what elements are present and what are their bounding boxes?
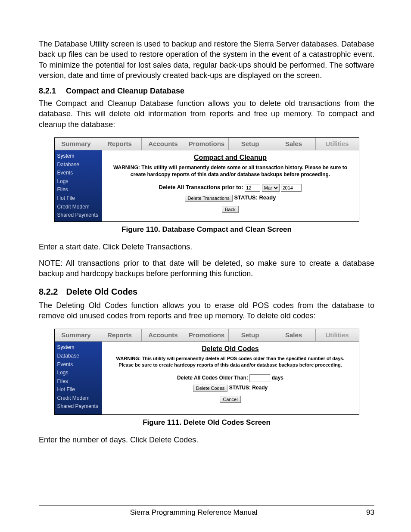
tab-summary[interactable]: Summary bbox=[55, 329, 98, 341]
tab-bar: Summary Reports Accounts Promotions Setu… bbox=[55, 138, 359, 150]
panel-title: Compact and Cleanup bbox=[107, 154, 354, 162]
tab-bar: Summary Reports Accounts Promotions Setu… bbox=[55, 329, 359, 342]
page-footer: Sierra Programming Reference Manual 93 bbox=[39, 505, 374, 517]
heading-8-2-1: 8.2.1 Compact and Cleanup Database bbox=[39, 87, 374, 96]
sidebar-item-hot-file[interactable]: Hot File bbox=[55, 386, 102, 394]
sidebar-item-database[interactable]: Database bbox=[55, 352, 102, 361]
enter-days-text: Enter the number of days. Click Delete C… bbox=[39, 435, 374, 445]
footer-page-number: 93 bbox=[349, 508, 374, 517]
sidebar-item-files[interactable]: Files bbox=[55, 186, 102, 194]
heading-title: Delete Old Codes bbox=[66, 287, 138, 296]
tab-reports[interactable]: Reports bbox=[98, 329, 142, 341]
tab-utilities[interactable]: Utilities bbox=[316, 138, 359, 150]
sidebar-item-shared-payments[interactable]: Shared Payments bbox=[55, 211, 102, 220]
figure-110-caption: Figure 110. Database Compact and Clean S… bbox=[39, 225, 374, 234]
tab-sales[interactable]: Sales bbox=[272, 329, 316, 341]
day-input[interactable] bbox=[245, 184, 260, 192]
enter-start-date: Enter a start date. Click Delete Transac… bbox=[39, 242, 374, 252]
delete-prior-to-line: Delete All Transactions prior to: Mar bbox=[107, 184, 354, 192]
sidebar: System Database Events Logs Files Hot Fi… bbox=[55, 342, 102, 414]
delete-transactions-button[interactable]: Delete Transactions bbox=[185, 195, 233, 202]
warning-text: WARNING: This utility will permanently d… bbox=[110, 355, 351, 368]
heading-title: Compact and Cleanup Database bbox=[66, 87, 184, 95]
sidebar-item-credit-modem[interactable]: Credit Modem bbox=[55, 394, 102, 403]
note-text: NOTE: All transactions prior to that dat… bbox=[39, 258, 374, 279]
sidebar-item-system[interactable]: System bbox=[55, 152, 102, 161]
delete-codes-button[interactable]: Delete Codes bbox=[193, 385, 228, 392]
tab-promotions[interactable]: Promotions bbox=[185, 329, 229, 341]
footer-rule bbox=[39, 505, 374, 506]
panel-title: Delete Old Codes bbox=[107, 345, 354, 353]
sidebar-item-logs[interactable]: Logs bbox=[55, 177, 102, 186]
status-line: Delete Codes STATUS: Ready bbox=[107, 385, 354, 392]
tab-accounts[interactable]: Accounts bbox=[142, 138, 185, 150]
footer-title: Sierra Programming Reference Manual bbox=[39, 508, 349, 517]
delete-older-label: Delete All Codes Older Than: bbox=[177, 375, 248, 381]
tab-sales[interactable]: Sales bbox=[272, 138, 316, 150]
status-line: Delete Transactions STATUS: Ready bbox=[107, 194, 354, 202]
figure-111-caption: Figure 111. Delete Old Codes Screen bbox=[39, 418, 374, 427]
cancel-button[interactable]: Cancel bbox=[220, 396, 240, 403]
sidebar-item-database[interactable]: Database bbox=[55, 161, 102, 169]
heading-number: 8.2.2 bbox=[39, 287, 64, 297]
delete-older-than-line: Delete All Codes Older Than: days bbox=[107, 374, 354, 382]
tab-promotions[interactable]: Promotions bbox=[185, 138, 229, 150]
sidebar-item-credit-modem[interactable]: Credit Modem bbox=[55, 203, 102, 212]
sidebar-item-events[interactable]: Events bbox=[55, 169, 102, 177]
tab-reports[interactable]: Reports bbox=[98, 138, 142, 150]
sidebar-item-logs[interactable]: Logs bbox=[55, 369, 102, 377]
tab-setup[interactable]: Setup bbox=[229, 329, 272, 341]
warning-text: WARNING: This utility will permanently d… bbox=[110, 164, 351, 178]
sidebar-item-hot-file[interactable]: Hot File bbox=[55, 194, 102, 203]
paragraph-8-2-2: The Deleting Old Codes function allows y… bbox=[39, 300, 374, 321]
sidebar-item-files[interactable]: Files bbox=[55, 377, 102, 386]
delete-prior-label: Delete All Transactions prior to: bbox=[159, 184, 243, 191]
days-input[interactable] bbox=[249, 374, 270, 382]
intro-paragraph: The Database Utility screen is used to b… bbox=[39, 39, 374, 81]
sidebar-item-system[interactable]: System bbox=[55, 343, 102, 352]
tab-setup[interactable]: Setup bbox=[229, 138, 272, 150]
status-label: STATUS: Ready bbox=[234, 194, 276, 201]
figure-111-screenshot: Summary Reports Accounts Promotions Setu… bbox=[54, 329, 359, 415]
heading-8-2-2: 8.2.2 Delete Old Codes bbox=[39, 287, 374, 297]
sidebar-item-events[interactable]: Events bbox=[55, 361, 102, 369]
status-label: STATUS: Ready bbox=[229, 385, 268, 391]
paragraph-8-2-1: The Compact and Cleanup Database functio… bbox=[39, 98, 374, 130]
sidebar: System Database Events Logs Files Hot Fi… bbox=[55, 150, 102, 221]
tab-utilities[interactable]: Utilities bbox=[316, 329, 359, 341]
month-select[interactable]: Mar bbox=[262, 184, 280, 192]
year-input[interactable] bbox=[281, 184, 302, 192]
heading-number: 8.2.1 bbox=[39, 87, 64, 96]
tab-summary[interactable]: Summary bbox=[55, 138, 98, 150]
sidebar-item-shared-payments[interactable]: Shared Payments bbox=[55, 402, 102, 411]
back-button[interactable]: Back bbox=[222, 206, 238, 213]
figure-110-screenshot: Summary Reports Accounts Promotions Setu… bbox=[54, 137, 359, 222]
tab-accounts[interactable]: Accounts bbox=[142, 329, 185, 341]
days-suffix: days bbox=[272, 375, 283, 381]
